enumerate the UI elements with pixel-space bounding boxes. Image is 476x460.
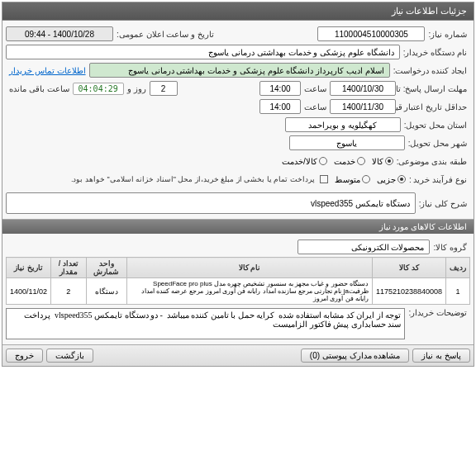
respond-button[interactable]: پاسخ به نیاز	[412, 349, 470, 363]
deadline-time: 14:00	[259, 81, 301, 96]
remain-label: ساعت باقی مانده	[6, 84, 73, 93]
countdown-timer: 04:04:29	[73, 83, 124, 95]
province-label: استان محل تحویل:	[401, 121, 470, 130]
radio-service-label: خدمت	[334, 157, 355, 166]
footer-toolbar: پاسخ به نیاز مشاهده مدارک پیوستی (0) باز…	[2, 344, 474, 366]
cell-qty: 2	[51, 278, 87, 305]
cell-unit: دستگاه	[86, 278, 126, 305]
col-idx: ردیف	[446, 258, 470, 278]
radio-low-label: جزیی	[377, 175, 396, 184]
exit-button[interactable]: خروج	[6, 349, 43, 363]
days-left: 2	[150, 81, 178, 96]
process-label: نوع فرآیند خرید :	[406, 175, 470, 184]
back-button[interactable]: بازگشت	[46, 349, 93, 363]
radio-both-label: کالا/خدمت	[282, 157, 317, 166]
time-label-1: ساعت	[301, 84, 330, 93]
radio-mid[interactable]: متوسط	[335, 175, 370, 184]
radio-both[interactable]: کالا/خدمت	[282, 157, 327, 166]
contact-link[interactable]: اطلاعات تماس خریدار	[6, 66, 89, 75]
need-no-label: شماره نیاز:	[425, 30, 470, 39]
group-field: محصولات الکترونیکی	[298, 239, 430, 254]
col-qty: تعداد / مقدار	[51, 258, 87, 278]
desc-label: توضیحات خریدار:	[405, 308, 470, 317]
time-label-2: ساعت	[301, 102, 330, 111]
need-title-label: شرح کلی نیاز:	[416, 199, 470, 208]
cell-code: 1175210238840008	[372, 278, 445, 305]
col-code: کد کالا	[372, 258, 445, 278]
cell-date: 1400/11/02	[7, 278, 51, 305]
province-field: کهگیلویه و بویراحمد	[285, 117, 401, 132]
items-section-title: اطلاعات کالاهای مورد نیاز	[2, 219, 474, 234]
subject-cls-label: طبقه بندی موضوعی:	[393, 157, 470, 166]
group-label: گروه کالا:	[430, 243, 470, 252]
buyer-field: دانشگاه علوم پزشکی و خدمات بهداشتی درمان…	[6, 45, 400, 59]
col-unit: واحد شمارش	[86, 258, 126, 278]
radio-goods[interactable]: کالا	[372, 157, 393, 166]
announce-field: 1400/10/28 - 09:44	[6, 26, 113, 41]
requester-field: اسلام ادیب کارپرداز دانشگاه علوم پزشکی و…	[89, 63, 390, 78]
items-table: ردیف کد کالا نام کالا واحد شمارش تعداد /…	[6, 257, 470, 305]
buyer-label: نام دستگاه خریدار:	[400, 48, 470, 57]
need-title-field: دستگاه تایمکس vlspeed355	[6, 192, 416, 214]
deadline-date: 1400/10/30	[330, 81, 396, 96]
attachments-button[interactable]: مشاهده مدارک پیوستی (0)	[301, 349, 410, 363]
radio-service[interactable]: خدمت	[334, 157, 365, 166]
requester-label: ایجاد کننده درخواست:	[390, 66, 470, 75]
deadline-label: مهلت ارسال پاسخ: تا تاریخ:	[396, 84, 470, 93]
cell-name: دستگاه حضور و غیاب مجهز به سنسور تشخیص چ…	[126, 278, 372, 305]
col-name: نام کالا	[126, 258, 372, 278]
announce-label: تاریخ و ساعت اعلان عمومی:	[113, 30, 217, 39]
radio-low[interactable]: جزیی	[377, 175, 406, 184]
city-label: شهر محل تحویل:	[405, 139, 470, 148]
cell-idx: 1	[446, 278, 470, 305]
panel-title: جزئیات اطلاعات نیاز	[2, 2, 474, 21]
desc-field	[6, 308, 405, 339]
validity-time: 14:00	[259, 99, 301, 114]
radio-mid-label: متوسط	[335, 175, 360, 184]
validity-date: 1400/11/30	[330, 99, 396, 114]
radio-goods-label: کالا	[372, 157, 383, 166]
city-field: یاسوج	[289, 135, 405, 150]
col-date: تاریخ نیاز	[7, 258, 51, 278]
validity-label: حداقل تاریخ اعتبار قیمت: تا تاریخ:	[396, 102, 470, 111]
need-no-field: 1100004510000305	[317, 26, 425, 41]
check-treasury-label: پرداخت تمام یا بخشی از مبلغ خرید،از محل …	[68, 175, 318, 183]
day-label: روز و	[124, 84, 150, 93]
check-treasury[interactable]: پرداخت تمام یا بخشی از مبلغ خرید،از محل …	[68, 175, 328, 183]
table-row[interactable]: 1 1175210238840008 دستگاه حضور و غیاب مج…	[7, 278, 470, 305]
